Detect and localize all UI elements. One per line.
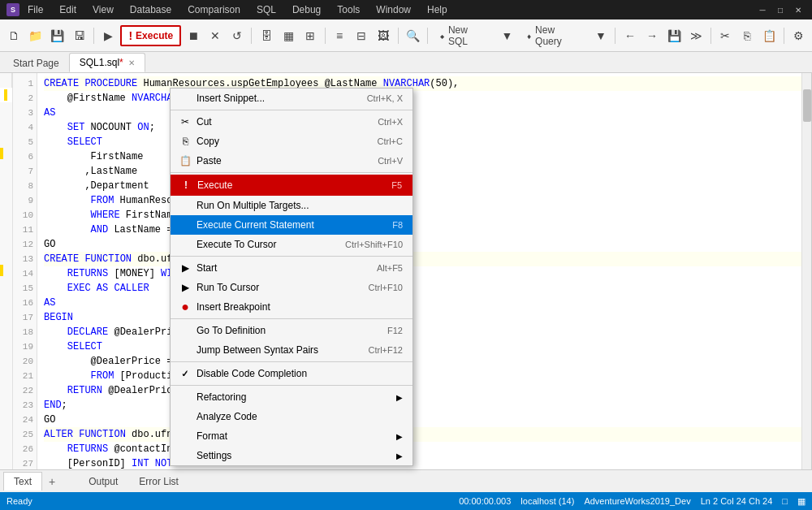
menu-item-disable-completion[interactable]: ✓✓Disable Code Completion <box>171 364 412 383</box>
copy-button[interactable]: ⎘ <box>737 25 758 46</box>
new-file-button[interactable]: 🗋 <box>3 25 24 46</box>
code-line: FROM [Production].[Pr <box>44 369 805 383</box>
menu-item-insert-snippet[interactable]: Insert Snippet...Ctrl+K, X <box>171 89 412 108</box>
minimize-button[interactable]: ─ <box>755 2 770 17</box>
menu-separator <box>171 361 412 362</box>
code-line: CREATE PROCEDURE HumanResources.uspGetEm… <box>44 76 805 91</box>
menu-item-insert-breakpoint[interactable]: ●Insert Breakpoint <box>171 297 412 317</box>
code-line: BEGIN <box>44 310 805 325</box>
execute-shortcut: F5 <box>391 180 402 190</box>
tab-output-label: Output <box>89 476 118 487</box>
execute-label: Execute <box>136 30 173 41</box>
menu-tools[interactable]: Tools <box>334 2 363 17</box>
menu-item-paste[interactable]: 📋PasteCtrl+V <box>171 151 412 171</box>
save-all-button[interactable]: 🖫 <box>69 25 89 46</box>
menu-item-run-multiple[interactable]: Run On Multiple Targets... <box>171 196 412 215</box>
status-ready: Ready <box>6 496 32 506</box>
go-to-definition-shortcut: F12 <box>387 326 403 335</box>
refresh-button[interactable]: ↺ <box>227 25 247 46</box>
new-sql-arrow[interactable]: ▼ <box>497 25 517 46</box>
menu-item-execute[interactable]: !ExecuteF5 <box>171 175 412 196</box>
stop-execute-button[interactable]: ⏹ <box>183 25 203 46</box>
execute-button[interactable]: ! Execute <box>120 25 181 46</box>
vertical-scrollbar[interactable] <box>801 73 811 469</box>
code-content[interactable]: CREATE PROCEDURE HumanResources.uspGetEm… <box>37 73 811 469</box>
menu-item-analyze-code[interactable]: Analyze Code <box>171 407 412 426</box>
align-button[interactable]: ⊟ <box>352 25 372 46</box>
table-button[interactable]: ▦ <box>278 25 298 46</box>
app-icon: S <box>6 3 19 16</box>
refactoring-submenu-arrow: ▶ <box>396 393 403 402</box>
code-line: END; <box>44 398 805 413</box>
menu-item-execute-current[interactable]: Execute Current StatementF8 <box>171 215 412 235</box>
menu-item-go-to-definition[interactable]: Go To DefinitionF12 <box>171 321 412 340</box>
tab-start-page[interactable]: Start Page <box>3 54 69 72</box>
execute-label: Execute <box>197 179 232 191</box>
paste-label: Paste <box>197 155 222 166</box>
status-bar-right: 00:00:00.003 localhost (14) AdventureWor… <box>459 496 806 507</box>
menu-comparison[interactable]: Comparison <box>184 2 244 17</box>
maximize-button[interactable]: □ <box>773 2 788 17</box>
db-button[interactable]: 🗄 <box>256 25 276 46</box>
new-query-arrow[interactable]: ▼ <box>590 25 611 46</box>
menu-item-format[interactable]: Format▶ <box>171 426 412 446</box>
execute-cursor-shortcut: Ctrl+Shift+F10 <box>345 240 403 249</box>
new-sql-button[interactable]: ⬥ New SQL <box>432 25 495 46</box>
arrow-button[interactable]: 🔍 <box>403 25 423 46</box>
menu-separator <box>171 256 412 257</box>
sql1-tab-close[interactable]: ✕ <box>128 58 135 67</box>
paste-button[interactable]: 📋 <box>759 25 780 46</box>
status-database: AdventureWorks2019_Dev <box>584 496 690 506</box>
title-bar-left: S File Edit View Database Comparison SQL… <box>6 2 451 17</box>
code-line: WHERE FirstName = @Fi <box>44 208 805 223</box>
menu-item-copy[interactable]: ⎘CopyCtrl+C <box>171 132 412 151</box>
cut-shortcut: Ctrl+X <box>378 117 403 127</box>
menu-database[interactable]: Database <box>127 2 175 17</box>
save2-button[interactable]: 💾 <box>664 25 685 46</box>
format-button[interactable]: ≡ <box>330 25 350 46</box>
tab-text[interactable]: Text <box>3 472 42 491</box>
cut-button[interactable]: ✂ <box>715 25 736 46</box>
menu-help[interactable]: Help <box>424 2 451 17</box>
menu-window[interactable]: Window <box>373 2 414 17</box>
menu-item-jump-syntax[interactable]: Jump Between Syntax PairsCtrl+F12 <box>171 340 412 360</box>
menu-debug[interactable]: Debug <box>289 2 324 17</box>
cancel-button[interactable]: ✕ <box>205 25 225 46</box>
grid-button[interactable]: ⊞ <box>300 25 321 46</box>
menu-file[interactable]: File <box>24 2 46 17</box>
settings-button[interactable]: ⚙ <box>788 25 809 46</box>
scrollbar-thumb[interactable] <box>803 89 811 122</box>
tab-sql1[interactable]: SQL1.sql* ✕ <box>69 53 145 72</box>
image-button[interactable]: 🖼 <box>374 25 394 46</box>
menu-separator <box>171 385 412 386</box>
save-button[interactable]: 💾 <box>47 25 67 46</box>
forward-button[interactable]: → <box>642 25 663 46</box>
menu-item-start[interactable]: ▶StartAlt+F5 <box>171 258 412 278</box>
menu-edit[interactable]: Edit <box>56 2 80 17</box>
menu-view[interactable]: View <box>89 2 117 17</box>
open-button[interactable]: 📁 <box>25 25 45 46</box>
status-icon-1[interactable]: □ <box>782 496 788 506</box>
close-button[interactable]: ✕ <box>791 2 806 17</box>
menu-item-execute-cursor[interactable]: Execute To CursorCtrl+Shift+F10 <box>171 235 412 254</box>
menu-item-refactoring[interactable]: Refactoring▶ <box>171 387 412 407</box>
menu-sql[interactable]: SQL <box>253 2 279 17</box>
status-position: Ln 2 Col 24 Ch 24 <box>701 496 773 506</box>
add-tab-button[interactable]: + <box>42 472 62 491</box>
menu-item-run-to-cursor[interactable]: ▶Run To CursorCtrl+F10 <box>171 278 412 297</box>
execute-icon: ! <box>178 179 194 191</box>
menu-item-settings[interactable]: Settings▶ <box>171 446 412 465</box>
code-line: @FirstName NVARCHAR(50) <box>44 91 805 106</box>
status-icon-2[interactable]: ▦ <box>797 496 806 507</box>
tab-output[interactable]: Output <box>78 472 128 491</box>
separator-5 <box>427 28 428 44</box>
run-button[interactable]: ▶ <box>98 25 119 46</box>
back-button[interactable]: ← <box>620 25 640 46</box>
tab-error-list[interactable]: Error List <box>128 472 189 491</box>
new-query-label: New Query <box>535 24 581 47</box>
new-query-button[interactable]: ⬧ New Query <box>519 25 589 46</box>
code-line: AS <box>44 296 805 310</box>
menu-item-cut[interactable]: ✂CutCtrl+X <box>171 112 412 132</box>
more-button[interactable]: ≫ <box>686 25 706 46</box>
insert-snippet-shortcut: Ctrl+K, X <box>367 93 403 103</box>
